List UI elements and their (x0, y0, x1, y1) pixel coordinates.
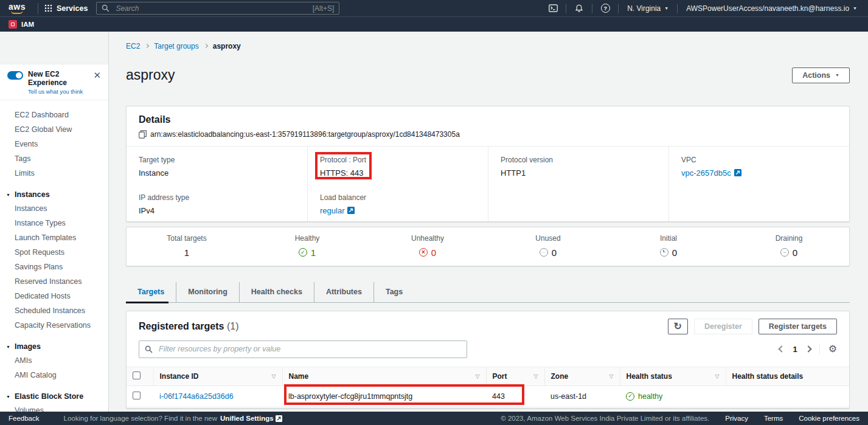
tab-health-checks[interactable]: Health checks (239, 282, 314, 302)
copy-icon[interactable] (139, 130, 147, 139)
privacy-link[interactable]: Privacy (725, 415, 748, 422)
targets-filter[interactable] (139, 340, 467, 358)
sidebar-item-events[interactable]: Events (0, 137, 108, 151)
feedback-link[interactable]: Tell us what you think (28, 88, 87, 95)
help-icon[interactable]: ? (597, 4, 613, 13)
register-targets-button[interactable]: Register targets (759, 319, 837, 334)
pagination: 1 ⚙ (779, 344, 837, 354)
field-label: Load balancer (320, 193, 476, 202)
select-all-checkbox[interactable] (133, 371, 141, 379)
global-search[interactable]: [Alt+S] (96, 2, 339, 15)
breadcrumb: EC2 Target groups asproxy (126, 42, 850, 50)
sidebar-item-instances[interactable]: Instances (0, 201, 108, 216)
services-menu[interactable]: Services (44, 4, 88, 13)
divider (592, 4, 592, 13)
chevron-down-icon: ▼ (853, 6, 857, 10)
sidebar-item-amis[interactable]: AMIs (0, 353, 108, 368)
triangle-down-icon: ▼ (6, 345, 10, 349)
sidebar-item-ec2-global-view[interactable]: EC2 Global View (0, 122, 108, 137)
field-label: Protocol : Port (320, 156, 366, 164)
close-icon[interactable]: ✕ (92, 70, 102, 81)
sidebar-section-instances[interactable]: ▼ Instances (0, 188, 108, 201)
filter-input[interactable] (158, 344, 461, 354)
field-label: VPC (681, 156, 837, 164)
sidebar-item-ami-catalog[interactable]: AMI Catalog (0, 368, 108, 382)
registered-targets-title: Registered targets (1) (139, 321, 239, 332)
sidebar-item-dedicated-hosts[interactable]: Dedicated Hosts (0, 289, 108, 303)
sidebar-item-ec2-dashboard[interactable]: EC2 Dashboard (0, 108, 108, 122)
region-selector[interactable]: N. Virginia ▼ (623, 4, 672, 13)
sort-icon[interactable]: ▽ (609, 373, 614, 379)
sort-icon[interactable]: ▽ (534, 373, 538, 379)
divider (618, 4, 619, 13)
sidebar-item-capacity-reservations[interactable]: Capacity Reservations (0, 318, 108, 333)
new-experience-toggle[interactable] (7, 71, 23, 80)
load-balancer-link[interactable]: regular (320, 206, 476, 215)
sidebar-item-spot-requests[interactable]: Spot Requests (0, 245, 108, 260)
console-footer: Feedback Looking for language selection?… (0, 412, 868, 425)
sidebar-item-reserved-instances[interactable]: Reserved Instances (0, 274, 108, 289)
page-number[interactable]: 1 (793, 345, 797, 354)
health-status-cell: ✓ healthy (626, 392, 720, 401)
external-link-icon (734, 169, 741, 176)
tab-tags[interactable]: Tags (373, 282, 414, 302)
account-menu[interactable]: AWSPowerUserAccess/navaneeth.kn@harness.… (682, 4, 861, 13)
sidebar-section-images[interactable]: ▼ Images (0, 340, 108, 353)
aws-logo[interactable]: aws (9, 3, 26, 14)
previous-page-icon[interactable] (779, 346, 785, 353)
target-type-value: Instance (139, 168, 295, 178)
chevron-right-icon (204, 44, 208, 48)
tab-targets[interactable]: Targets (126, 282, 176, 302)
sidebar-item-instance-types[interactable]: Instance Types (0, 216, 108, 230)
external-link-icon (347, 207, 355, 214)
stat-label: Initial (660, 234, 677, 243)
divider (38, 3, 38, 14)
refresh-button[interactable]: ↻ (668, 319, 688, 334)
divider (566, 4, 566, 13)
breadcrumb-ec2[interactable]: EC2 (126, 42, 140, 50)
cloudshell-icon[interactable] (545, 4, 561, 12)
terms-link[interactable]: Terms (764, 415, 783, 422)
sort-icon[interactable]: ▽ (272, 373, 276, 379)
search-shortcut: [Alt+S] (313, 4, 335, 13)
target-name-cell: lb-asproxytyler-cfcg8jru1tmmqpntsjtg (282, 385, 486, 407)
vpc-link[interactable]: vpc-2657db5c (681, 168, 837, 178)
favorite-iam-link[interactable]: IAM (21, 21, 34, 28)
sidebar-section-ebs[interactable]: ▼ Elastic Block Store (0, 390, 108, 403)
divider (677, 4, 678, 13)
divider (819, 344, 820, 354)
feedback-link[interactable]: Feedback (9, 415, 40, 422)
dots-circle-icon: ⋯ (540, 248, 548, 257)
search-input[interactable] (114, 4, 307, 13)
tab-monitoring[interactable]: Monitoring (176, 282, 239, 302)
copyright-text: © 2023, Amazon Web Services India Privat… (501, 415, 709, 422)
top-navigation: aws Services [Alt+S] (0, 0, 868, 32)
check-circle-icon: ✓ (299, 248, 307, 257)
deregister-button[interactable]: Deregister (694, 319, 752, 334)
breadcrumb-target-groups[interactable]: Target groups (154, 42, 198, 50)
targets-count: (1) (227, 321, 239, 331)
sidebar-item-tags[interactable]: Tags (0, 151, 108, 166)
stat-label: Draining (776, 234, 803, 243)
unified-settings-link[interactable]: Unified Settings (220, 415, 282, 422)
healthy-count: ✓ 1 (299, 247, 316, 258)
row-checkbox[interactable] (133, 392, 141, 399)
cookie-preferences-link[interactable]: Cookie preferences (799, 415, 859, 422)
next-page-icon[interactable] (805, 346, 811, 353)
ec2-sidebar: New EC2 Experience Tell us what you thin… (0, 32, 109, 412)
sidebar-nav: EC2 Dashboard EC2 Global View Events Tag… (0, 100, 108, 413)
tab-attributes[interactable]: Attributes (314, 282, 373, 302)
sort-icon[interactable]: ▽ (715, 373, 720, 379)
sidebar-item-scheduled-instances[interactable]: Scheduled Instances (0, 303, 108, 318)
details-heading: Details (127, 106, 849, 130)
sidebar-item-limits[interactable]: Limits (0, 166, 108, 181)
stat-label: Unused (535, 234, 560, 243)
search-icon (145, 345, 153, 353)
gear-icon[interactable]: ⚙ (828, 344, 837, 354)
instance-id-link[interactable]: i-06f1744a6a25d36d6 (159, 392, 234, 401)
sidebar-item-savings-plans[interactable]: Savings Plans (0, 260, 108, 274)
actions-button[interactable]: Actions ▼ (792, 67, 850, 83)
sort-icon[interactable]: ▽ (476, 373, 480, 379)
sidebar-item-launch-templates[interactable]: Launch Templates (0, 230, 108, 245)
notifications-bell-icon[interactable] (571, 4, 587, 13)
